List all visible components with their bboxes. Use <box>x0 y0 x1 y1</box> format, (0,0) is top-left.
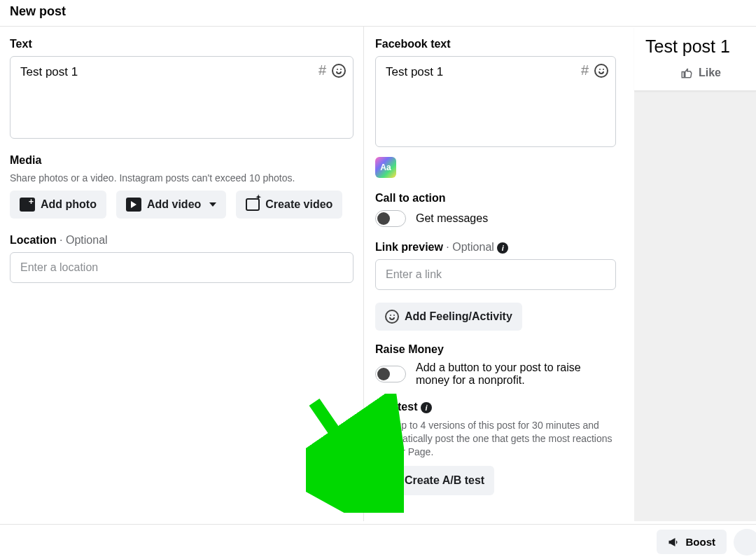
preview-text: Test post 1 <box>645 36 756 57</box>
media-label: Media <box>10 154 354 167</box>
add-video-button[interactable]: Add video <box>116 191 226 219</box>
link-input[interactable] <box>375 259 616 290</box>
main-text-input[interactable]: Test post 1 # <box>10 56 354 139</box>
cta-label: Call to action <box>375 192 634 205</box>
raise-money-text: Add a button to your post to raise money… <box>416 361 606 387</box>
like-label: Like <box>699 67 721 79</box>
emoji-icon[interactable] <box>594 64 608 78</box>
fb-text-content: Test post 1 <box>386 65 606 79</box>
video-icon <box>126 198 141 212</box>
like-button[interactable]: Like <box>645 67 756 82</box>
header: New post <box>0 0 756 27</box>
left-column: Text Test post 1 # Media Share photos or… <box>0 27 364 521</box>
bullhorn-icon <box>668 537 680 548</box>
get-messages-toggle[interactable] <box>375 210 406 227</box>
flask-icon <box>385 473 399 488</box>
add-feeling-label: Add Feeling/Activity <box>405 310 512 323</box>
hashtag-icon[interactable]: # <box>581 62 589 78</box>
text-label: Text <box>10 38 354 50</box>
preview-column: Test post 1 Like <box>634 27 756 521</box>
create-video-button[interactable]: Create video <box>236 191 342 219</box>
add-photo-label: Add photo <box>41 198 97 211</box>
boost-button[interactable]: Boost <box>657 530 727 554</box>
create-ab-test-button[interactable]: Create A/B test <box>375 466 494 495</box>
emoji-icon[interactable] <box>332 64 346 78</box>
ab-test-button-label: Create A/B test <box>405 474 484 487</box>
get-messages-label: Get messages <box>416 212 488 225</box>
right-column: Facebook text Test post 1 # Aa Call to a… <box>364 27 634 521</box>
boost-label: Boost <box>686 536 716 548</box>
media-subtext: Share photos or a video. Instagram posts… <box>10 172 354 184</box>
hashtag-icon[interactable]: # <box>318 62 326 78</box>
fb-text-label: Facebook text <box>375 38 634 50</box>
add-feeling-button[interactable]: Add Feeling/Activity <box>375 303 522 331</box>
info-icon[interactable]: i <box>421 402 432 413</box>
link-preview-label: Link preview · Optional i <box>375 241 634 254</box>
create-video-icon <box>246 198 260 211</box>
text-content: Test post 1 <box>20 65 343 79</box>
add-photo-button[interactable]: Add photo <box>10 191 106 219</box>
add-video-label: Add video <box>147 198 201 211</box>
photo-icon <box>20 198 35 212</box>
post-preview-card: Test post 1 Like <box>634 27 756 91</box>
location-input[interactable] <box>10 252 354 283</box>
info-icon[interactable]: i <box>497 242 508 254</box>
location-label: Location · Optional <box>10 234 354 247</box>
chevron-down-icon <box>209 202 216 207</box>
like-icon <box>680 67 693 79</box>
ab-test-label: A/B test i <box>375 401 634 413</box>
ab-test-description: Test up to 4 versions of this post for 3… <box>375 419 616 459</box>
create-video-label: Create video <box>265 198 332 211</box>
emoji-icon <box>385 310 399 324</box>
footer: Boost <box>0 524 756 559</box>
fb-text-input[interactable]: Test post 1 # <box>375 56 616 147</box>
background-style-button[interactable]: Aa <box>375 157 396 178</box>
raise-money-toggle[interactable] <box>375 366 406 382</box>
page-title: New post <box>10 4 746 19</box>
footer-extra-button[interactable] <box>734 529 756 555</box>
raise-money-label: Raise Money <box>375 343 634 356</box>
